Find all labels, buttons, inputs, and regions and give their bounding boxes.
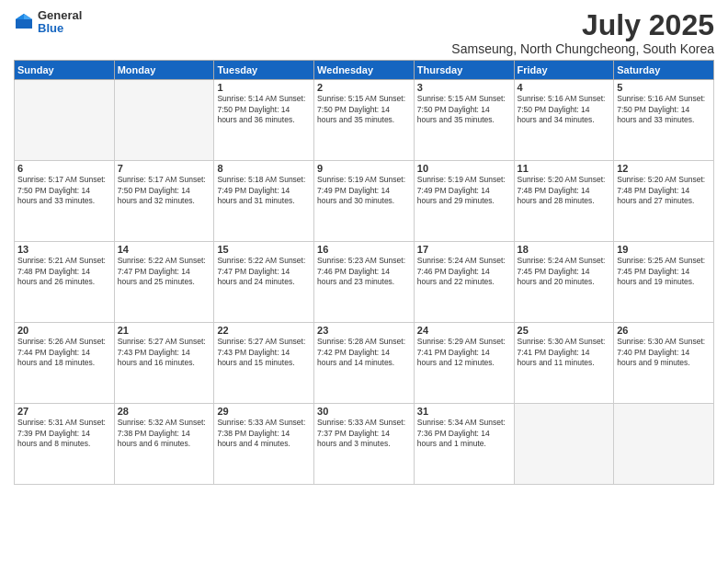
month-title: July 2025 [451, 9, 714, 41]
calendar-cell: 12Sunrise: 5:20 AM Sunset: 7:48 PM Dayli… [614, 161, 714, 242]
day-number: 29 [217, 406, 311, 417]
day-number: 3 [417, 82, 511, 93]
day-number: 9 [317, 163, 411, 174]
day-info: Sunrise: 5:17 AM Sunset: 7:50 PM Dayligh… [118, 175, 211, 206]
day-info: Sunrise: 5:15 AM Sunset: 7:50 PM Dayligh… [417, 94, 511, 125]
logo-text: General Blue [38, 9, 82, 36]
calendar-cell: 1Sunrise: 5:14 AM Sunset: 7:50 PM Daylig… [214, 80, 314, 161]
day-info: Sunrise: 5:20 AM Sunset: 7:48 PM Dayligh… [518, 175, 611, 206]
day-info: Sunrise: 5:24 AM Sunset: 7:46 PM Dayligh… [417, 256, 511, 287]
calendar-cell: 30Sunrise: 5:33 AM Sunset: 7:37 PM Dayli… [314, 404, 415, 485]
header-monday: Monday [114, 61, 214, 80]
day-info: Sunrise: 5:21 AM Sunset: 7:48 PM Dayligh… [17, 256, 111, 287]
week-row-3: 13Sunrise: 5:21 AM Sunset: 7:48 PM Dayli… [15, 242, 714, 323]
calendar-cell: 4Sunrise: 5:16 AM Sunset: 7:50 PM Daylig… [514, 80, 614, 161]
day-info: Sunrise: 5:33 AM Sunset: 7:38 PM Dayligh… [217, 418, 311, 449]
day-info: Sunrise: 5:27 AM Sunset: 7:43 PM Dayligh… [217, 337, 311, 368]
day-info: Sunrise: 5:28 AM Sunset: 7:42 PM Dayligh… [317, 337, 411, 368]
day-info: Sunrise: 5:24 AM Sunset: 7:45 PM Dayligh… [518, 256, 611, 287]
header-wednesday: Wednesday [314, 61, 415, 80]
header-saturday: Saturday [614, 61, 714, 80]
calendar-cell: 8Sunrise: 5:18 AM Sunset: 7:49 PM Daylig… [214, 161, 314, 242]
calendar-cell: 19Sunrise: 5:25 AM Sunset: 7:45 PM Dayli… [614, 242, 714, 323]
calendar-cell: 14Sunrise: 5:22 AM Sunset: 7:47 PM Dayli… [114, 242, 214, 323]
calendar-cell: 17Sunrise: 5:24 AM Sunset: 7:46 PM Dayli… [414, 242, 514, 323]
subtitle: Samseung, North Chungcheong, South Korea [451, 41, 714, 56]
header-friday: Friday [514, 61, 614, 80]
day-number: 30 [317, 406, 411, 417]
day-number: 28 [118, 406, 211, 417]
day-info: Sunrise: 5:20 AM Sunset: 7:48 PM Dayligh… [617, 175, 711, 206]
calendar-cell: 22Sunrise: 5:27 AM Sunset: 7:43 PM Dayli… [214, 323, 314, 404]
day-info: Sunrise: 5:23 AM Sunset: 7:46 PM Dayligh… [317, 256, 411, 287]
day-info: Sunrise: 5:30 AM Sunset: 7:41 PM Dayligh… [518, 337, 611, 368]
calendar-cell: 21Sunrise: 5:27 AM Sunset: 7:43 PM Dayli… [114, 323, 214, 404]
svg-marker-2 [16, 14, 24, 19]
day-info: Sunrise: 5:16 AM Sunset: 7:50 PM Dayligh… [617, 94, 711, 125]
day-number: 25 [518, 325, 611, 336]
days-header-row: Sunday Monday Tuesday Wednesday Thursday… [15, 61, 714, 80]
calendar-cell: 28Sunrise: 5:32 AM Sunset: 7:38 PM Dayli… [114, 404, 214, 485]
calendar-cell: 6Sunrise: 5:17 AM Sunset: 7:50 PM Daylig… [15, 161, 115, 242]
day-info: Sunrise: 5:19 AM Sunset: 7:49 PM Dayligh… [317, 175, 411, 206]
calendar-cell: 3Sunrise: 5:15 AM Sunset: 7:50 PM Daylig… [414, 80, 514, 161]
day-number: 5 [617, 82, 711, 93]
day-info: Sunrise: 5:16 AM Sunset: 7:50 PM Dayligh… [518, 94, 611, 125]
day-info: Sunrise: 5:29 AM Sunset: 7:41 PM Dayligh… [417, 337, 511, 368]
day-info: Sunrise: 5:26 AM Sunset: 7:44 PM Dayligh… [17, 337, 111, 368]
header: General Blue July 2025 Samseung, North C… [14, 9, 714, 56]
day-number: 14 [118, 244, 211, 255]
day-number: 24 [417, 325, 511, 336]
calendar-cell [15, 80, 115, 161]
day-number: 16 [317, 244, 411, 255]
header-tuesday: Tuesday [214, 61, 314, 80]
calendar-cell: 10Sunrise: 5:19 AM Sunset: 7:49 PM Dayli… [414, 161, 514, 242]
calendar-cell: 29Sunrise: 5:33 AM Sunset: 7:38 PM Dayli… [214, 404, 314, 485]
calendar-cell: 23Sunrise: 5:28 AM Sunset: 7:42 PM Dayli… [314, 323, 415, 404]
day-number: 4 [518, 82, 611, 93]
day-number: 27 [17, 406, 111, 417]
page: General Blue July 2025 Samseung, North C… [0, 0, 728, 563]
day-info: Sunrise: 5:17 AM Sunset: 7:50 PM Dayligh… [17, 175, 111, 206]
calendar-cell: 13Sunrise: 5:21 AM Sunset: 7:48 PM Dayli… [15, 242, 115, 323]
day-number: 6 [17, 163, 111, 174]
day-number: 21 [118, 325, 211, 336]
header-thursday: Thursday [414, 61, 514, 80]
day-info: Sunrise: 5:15 AM Sunset: 7:50 PM Dayligh… [317, 94, 411, 125]
logo: General Blue [14, 9, 82, 36]
day-number: 13 [17, 244, 111, 255]
day-info: Sunrise: 5:22 AM Sunset: 7:47 PM Dayligh… [118, 256, 211, 287]
day-info: Sunrise: 5:31 AM Sunset: 7:39 PM Dayligh… [17, 418, 111, 449]
calendar-cell: 16Sunrise: 5:23 AM Sunset: 7:46 PM Dayli… [314, 242, 415, 323]
title-block: July 2025 Samseung, North Chungcheong, S… [451, 9, 714, 56]
calendar-cell: 20Sunrise: 5:26 AM Sunset: 7:44 PM Dayli… [15, 323, 115, 404]
calendar-cell [514, 404, 614, 485]
calendar-cell: 15Sunrise: 5:22 AM Sunset: 7:47 PM Dayli… [214, 242, 314, 323]
svg-marker-1 [24, 14, 32, 19]
day-number: 12 [617, 163, 711, 174]
day-info: Sunrise: 5:22 AM Sunset: 7:47 PM Dayligh… [217, 256, 311, 287]
day-number: 31 [417, 406, 511, 417]
day-info: Sunrise: 5:14 AM Sunset: 7:50 PM Dayligh… [217, 94, 311, 125]
day-number: 18 [518, 244, 611, 255]
calendar-cell [614, 404, 714, 485]
calendar-cell: 26Sunrise: 5:30 AM Sunset: 7:40 PM Dayli… [614, 323, 714, 404]
calendar-cell: 25Sunrise: 5:30 AM Sunset: 7:41 PM Dayli… [514, 323, 614, 404]
calendar-cell: 24Sunrise: 5:29 AM Sunset: 7:41 PM Dayli… [414, 323, 514, 404]
day-info: Sunrise: 5:30 AM Sunset: 7:40 PM Dayligh… [617, 337, 711, 368]
day-info: Sunrise: 5:33 AM Sunset: 7:37 PM Dayligh… [317, 418, 411, 449]
calendar-cell [114, 80, 214, 161]
day-info: Sunrise: 5:25 AM Sunset: 7:45 PM Dayligh… [617, 256, 711, 287]
day-number: 23 [317, 325, 411, 336]
header-sunday: Sunday [15, 61, 115, 80]
day-number: 22 [217, 325, 311, 336]
calendar-cell: 9Sunrise: 5:19 AM Sunset: 7:49 PM Daylig… [314, 161, 415, 242]
calendar: Sunday Monday Tuesday Wednesday Thursday… [14, 60, 714, 485]
day-info: Sunrise: 5:32 AM Sunset: 7:38 PM Dayligh… [118, 418, 211, 449]
logo-general: General [38, 9, 82, 22]
day-number: 10 [417, 163, 511, 174]
week-row-5: 27Sunrise: 5:31 AM Sunset: 7:39 PM Dayli… [15, 404, 714, 485]
logo-blue: Blue [38, 22, 82, 35]
day-number: 15 [217, 244, 311, 255]
day-number: 17 [417, 244, 511, 255]
